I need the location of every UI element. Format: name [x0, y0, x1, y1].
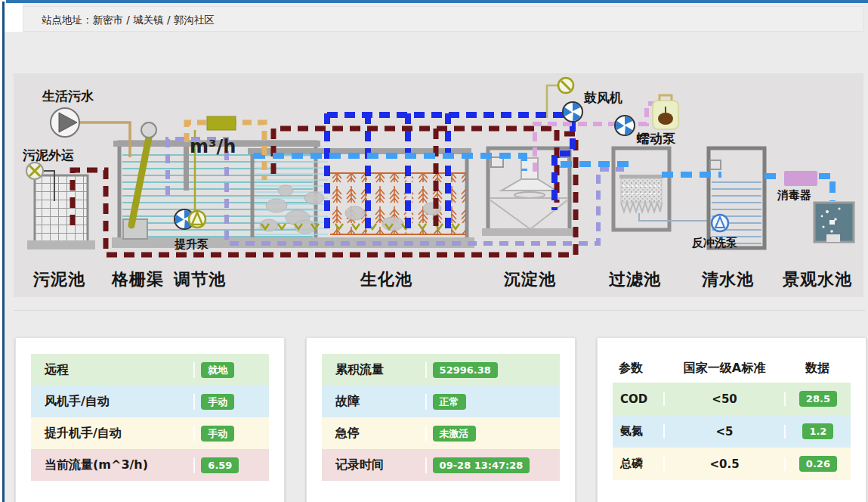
table-row: 氨氮 <5 1.2	[613, 415, 851, 448]
process-diagram-svg: 生活污水 污泥外运 m³/h 提升泵 鼓风机 蠕动泵 消毒器 反冲洗泵 污泥池 …	[14, 73, 863, 297]
flow-meter-block	[207, 116, 236, 130]
row-label: 风机手/自动	[31, 394, 195, 410]
table-row: 提升机手/自动 手动	[31, 417, 269, 449]
value-badge: 52996.38	[433, 362, 498, 378]
table-row: 记录时间 09-28 13:47:28	[322, 449, 560, 481]
timestamp-badge: 09-28 13:47:28	[433, 457, 530, 473]
clean-water-tank-label: 清水池	[701, 270, 754, 289]
table-header-row: 参数 国家一级A标准 数据	[613, 354, 851, 383]
sludge-out-label: 污泥外运	[22, 147, 74, 163]
column-header: 国家一级A标准	[665, 361, 784, 376]
column-header: 参数	[613, 361, 665, 376]
table-row: 风机手/自动 手动	[31, 386, 269, 417]
panel-water-quality: 参数 国家一级A标准 数据 COD <50 28.5 氨氮 <5 1.2 总磷 …	[597, 337, 866, 502]
backwash-pump-label: 反冲洗泵	[691, 236, 738, 249]
row-label: 远程	[31, 362, 195, 378]
row-label: 记录时间	[322, 457, 427, 473]
clean-water-tank	[709, 148, 765, 248]
param-name: 氨氮	[613, 424, 665, 438]
row-label: 故障	[322, 394, 427, 410]
filter-tank	[613, 148, 709, 230]
peristaltic-pump-label: 蠕动泵	[636, 131, 676, 146]
table-row: 急停 未激活	[322, 417, 560, 449]
blower-valve-icon	[558, 78, 573, 93]
site-address-text: 站点地址：新密市 / 城关镇 / 郭沟社区	[42, 14, 215, 26]
flow-unit-label: m³/h	[190, 136, 236, 157]
column-header: 数据	[784, 361, 851, 376]
grid-channel-label: 格栅渠	[111, 270, 164, 289]
param-name: 总磷	[613, 457, 665, 471]
sedimentation-tank-label: 沉淀池	[503, 270, 556, 289]
status-badge: 6.59	[201, 457, 239, 473]
row-label: 提升机手/自动	[31, 426, 195, 442]
backwash-pump-icon	[712, 215, 728, 231]
corner-patch	[5, 3, 23, 32]
inflow-pump-icon	[51, 108, 79, 137]
panel-control-status: 远程 就地 风机手/自动 手动 提升机手/自动 手动 当前流量(m^3/h) 6…	[15, 337, 285, 502]
lift-pump-label: 提升泵	[174, 237, 209, 251]
row-label: 累积流量	[322, 362, 427, 378]
landscape-pool	[814, 203, 854, 242]
status-badge: 就地	[201, 362, 234, 378]
blower-fan-icon	[561, 102, 582, 123]
status-badge: 手动	[201, 426, 234, 442]
site-header: 站点地址：新密市 / 城关镇 / 郭沟社区	[23, 6, 863, 32]
table-row: 当前流量(m^3/h) 6.59	[31, 449, 269, 481]
filter-tank-label: 过滤池	[608, 270, 661, 289]
inflow-label: 生活污水	[42, 88, 94, 104]
regulating-tank-label: 调节池	[173, 270, 226, 289]
sludge-out-valve-icon	[26, 163, 43, 179]
param-value-badge: 28.5	[799, 391, 837, 407]
process-flow-diagram: 生活污水 污泥外运 m³/h 提升泵 鼓风机 蠕动泵 消毒器 反冲洗泵 污泥池 …	[14, 73, 863, 297]
param-value-badge: 0.26	[799, 456, 837, 472]
param-name: COD	[613, 392, 665, 406]
row-label: 急停	[322, 426, 427, 442]
page: 站点地址：新密市 / 城关镇 / 郭沟社区	[0, 0, 868, 502]
table-row: 累积流量 52996.38	[322, 354, 560, 386]
disinfector-block	[784, 171, 817, 186]
section-divider	[14, 310, 865, 311]
table-row: 故障 正常	[322, 386, 560, 417]
inflow-pipe	[79, 122, 130, 157]
value-badge: 未激活	[433, 426, 476, 442]
table-row: COD <50 28.5	[613, 383, 851, 415]
panel-flow-alarm: 累积流量 52996.38 故障 正常 急停 未激活 记录时间 09-28 13…	[306, 337, 576, 502]
param-value-badge: 1.2	[802, 423, 833, 439]
param-standard: <0.5	[665, 457, 786, 471]
param-standard: <50	[665, 392, 786, 406]
biochemical-tank	[246, 148, 474, 248]
dosing-jar-icon	[653, 95, 678, 129]
status-badge: 手动	[201, 394, 234, 410]
row-label: 当前流量(m^3/h)	[31, 457, 195, 473]
table-row: 远程 就地	[31, 354, 269, 386]
lift-pump-icon	[189, 211, 205, 228]
peristaltic-fan-icon	[613, 116, 635, 137]
param-standard: <5	[665, 425, 786, 438]
sludge-tank	[27, 175, 95, 249]
biochemical-tank-label: 生化池	[360, 270, 412, 289]
value-badge: 正常	[433, 394, 466, 410]
landscape-pool-label: 景观水池	[782, 270, 852, 289]
blower-label: 鼓风机	[583, 90, 622, 105]
disinfector-label: 消毒器	[777, 188, 811, 202]
sludge-tank-label: 污泥池	[32, 270, 85, 289]
table-row: 总磷 <0.5 0.26	[613, 448, 851, 480]
